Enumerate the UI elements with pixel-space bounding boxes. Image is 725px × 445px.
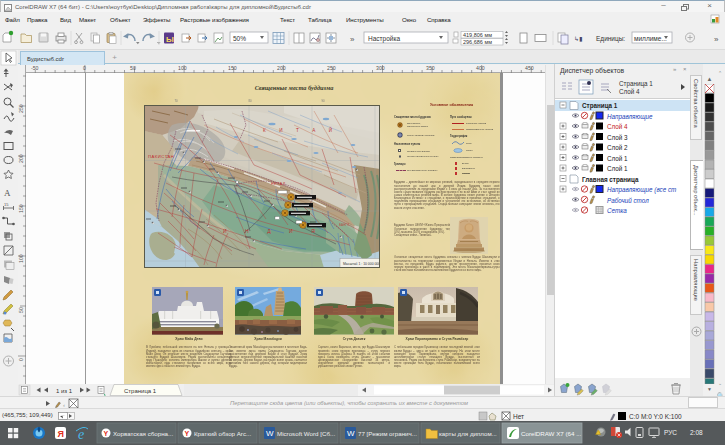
svg-text:C:0 M:0 Y:0 K:100: C:0 M:0 Y:0 K:100 xyxy=(629,413,682,420)
svg-text:Я: Я xyxy=(58,429,64,439)
svg-text:CorelDRAW X7 (64 ...: CorelDRAW X7 (64 ... xyxy=(521,430,582,437)
svg-text:50%: 50% xyxy=(233,35,246,42)
svg-text:100: 100 xyxy=(178,65,187,71)
svg-text:Главная страница: Главная страница xyxy=(582,176,639,184)
svg-text:»: » xyxy=(350,35,355,44)
svg-text:Слой 4: Слой 4 xyxy=(619,88,640,95)
svg-text:Слой 3: Слой 3 xyxy=(607,134,628,141)
svg-text:Краткий обзор Arc...: Краткий обзор Arc... xyxy=(194,430,251,437)
svg-text:ПАКИСТАН: ПАКИСТАН xyxy=(148,154,174,159)
svg-text:15: 15 xyxy=(4,202,9,207)
svg-text:0: 0 xyxy=(83,65,86,71)
svg-text:Страница 1: Страница 1 xyxy=(619,80,653,88)
svg-text:Рабочий стол: Рабочий стол xyxy=(607,197,649,204)
svg-text:Слой 1: Слой 1 xyxy=(607,165,628,172)
svg-text:Нет: Нет xyxy=(513,413,524,420)
svg-text:450: 450 xyxy=(525,65,534,71)
svg-text:W: W xyxy=(347,429,355,438)
svg-text:77 [Режим огранич...: 77 [Режим огранич... xyxy=(358,430,417,437)
svg-text:миллиме...: миллиме... xyxy=(634,35,667,42)
svg-text:1 из 1: 1 из 1 xyxy=(56,388,73,394)
svg-text:-50: -50 xyxy=(31,65,39,71)
svg-text:400: 400 xyxy=(476,65,485,71)
svg-text:Направляющие: Направляющие xyxy=(607,113,653,121)
svg-text:НЕПАЛ: НЕПАЛ xyxy=(271,182,286,186)
svg-text:Слой 4: Слой 4 xyxy=(607,123,628,130)
svg-text:296,686 мм: 296,686 мм xyxy=(463,39,492,45)
svg-text:Единицы:: Единицы: xyxy=(596,35,625,43)
svg-text:↳▮: ↳▮ xyxy=(574,36,582,42)
svg-text:Ы: Ы xyxy=(166,35,174,44)
svg-text:‹: ‹ xyxy=(63,402,65,408)
svg-text:Слой 1: Слой 1 xyxy=(607,155,628,162)
svg-text:100: 100 xyxy=(18,254,24,263)
svg-text:КИТАЙ: КИТАЙ xyxy=(263,126,346,133)
svg-text:ИНДИЯ: ИНДИЯ xyxy=(223,228,333,234)
svg-text:Microsoft Word [Сб...: Microsoft Word [Сб... xyxy=(277,430,335,437)
svg-text:Сетка: Сетка xyxy=(607,207,627,214)
svg-text:Масштаб 1 : 10 000 000: Масштаб 1 : 10 000 000 xyxy=(343,262,380,266)
svg-text:Страница 1: Страница 1 xyxy=(124,388,157,394)
svg-text:50: 50 xyxy=(130,65,136,71)
svg-text:50: 50 xyxy=(18,307,24,313)
svg-text:200: 200 xyxy=(277,65,286,71)
svg-text:150: 150 xyxy=(18,204,24,213)
svg-text:Y: Y xyxy=(104,430,109,437)
svg-text:2:08: 2:08 xyxy=(690,429,703,436)
svg-text:150: 150 xyxy=(228,65,237,71)
svg-text:A: A xyxy=(4,188,11,198)
svg-text:карты для диплом...: карты для диплом... xyxy=(439,430,497,437)
svg-text:250: 250 xyxy=(327,65,336,71)
svg-text:БАНГЛ.: БАНГЛ. xyxy=(339,223,350,227)
svg-text:W: W xyxy=(266,429,274,438)
svg-text:250: 250 xyxy=(18,104,24,113)
svg-text:Хорватская сборна...: Хорватская сборна... xyxy=(113,430,173,437)
svg-text:Y: Y xyxy=(185,430,190,437)
svg-text:РУС: РУС xyxy=(664,429,677,436)
svg-text:Настройка: Настройка xyxy=(368,35,400,43)
svg-text:Страница 1: Страница 1 xyxy=(582,102,618,110)
svg-text:200: 200 xyxy=(18,154,24,163)
svg-text:350: 350 xyxy=(426,65,435,71)
svg-text:419,806 мм: 419,806 мм xyxy=(463,32,492,38)
svg-text:300: 300 xyxy=(376,65,385,71)
svg-text:Слой 2: Слой 2 xyxy=(607,144,628,151)
svg-text:0: 0 xyxy=(18,358,24,361)
svg-text:»: » xyxy=(714,35,719,44)
svg-text:Направляющие (все ст: Направляющие (все ст xyxy=(607,186,676,194)
